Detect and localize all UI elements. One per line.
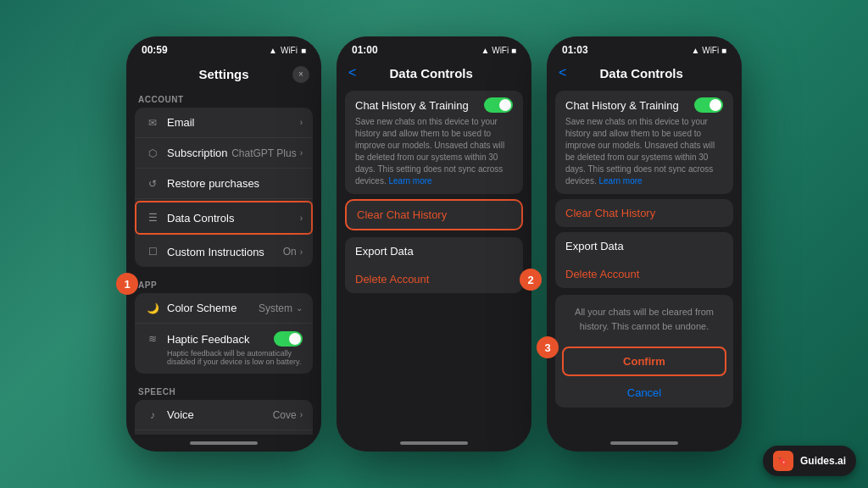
phone2-status-bar: 01:00 ▲ WiFi ■ <box>337 36 531 60</box>
haptic-row[interactable]: ≋ Haptic Feedback Haptic feedback will b… <box>135 324 313 374</box>
voice-row[interactable]: ♪ Voice Cove › <box>135 400 313 430</box>
phone3-screen: Chat History & Training Save new chats o… <box>547 86 742 435</box>
custom-instructions-row[interactable]: ☐ Custom Instructions On › <box>135 236 313 267</box>
restore-icon: ↺ <box>145 178 160 190</box>
export-data-row-2[interactable]: Export Data <box>345 237 523 265</box>
data-controls-row-highlighted[interactable]: ☰ Data Controls › <box>135 201 313 235</box>
haptic-toggle[interactable] <box>274 331 303 347</box>
clear-chat-history-btn-2[interactable]: Clear Chat History <box>347 201 521 229</box>
export-data-row-3: Export Data <box>555 232 733 260</box>
delete-account-btn-2[interactable]: Delete Account <box>345 265 523 293</box>
step-badge-3: 3 <box>537 336 559 358</box>
chat-history-header-2: Chat History & Training <box>355 97 513 113</box>
confirm-message: All your chats will be cleared from hist… <box>565 305 723 333</box>
phone2-home-indicator <box>337 435 531 452</box>
close-button[interactable]: × <box>292 66 309 83</box>
clear-chat-history-btn-3[interactable]: Clear Chat History <box>555 199 733 227</box>
haptic-icon: ≋ <box>145 333 160 345</box>
color-scheme-icon: 🌙 <box>145 302 160 314</box>
haptic-label: Haptic Feedback <box>167 333 274 346</box>
custom-instructions-label: Custom Instructions <box>167 246 283 258</box>
chat-history-toggle-3[interactable] <box>694 97 723 113</box>
speech-section-label: SPEECH <box>126 380 321 400</box>
back-button-3[interactable]: < <box>559 65 566 80</box>
account-section-label: ACCOUNT <box>126 88 321 108</box>
phone1-wrapper: 00:59 ▲ WiFi ■ Settings × ACCOUNT ✉ <box>126 36 321 452</box>
confirm-dialog: All your chats will be cleared from hist… <box>555 295 733 408</box>
speech-group: ♪ Voice Cove › 🌐 Main Language Auto-Dete… <box>135 400 313 435</box>
restore-label: Restore purchases <box>167 177 303 190</box>
phone3: 01:03 ▲ WiFi ■ < Data Controls Chat Hist… <box>547 36 742 452</box>
chat-history-header-3: Chat History & Training <box>565 97 723 113</box>
phone2-header: < Data Controls <box>337 60 531 86</box>
phones-container: 00:59 ▲ WiFi ■ Settings × ACCOUNT ✉ <box>126 36 742 452</box>
phone3-header: < Data Controls <box>547 60 742 86</box>
guides-badge: 🔖 Guides.ai <box>763 446 856 476</box>
export-section-2: Export Data Delete Account <box>345 237 523 293</box>
account-group: ✉ Email › ⬡ Subscription ChatGPT Plus › … <box>135 108 313 267</box>
chat-history-title-3: Chat History & Training <box>565 99 679 112</box>
phone3-home-indicator <box>547 435 742 452</box>
phone3-title: Data Controls <box>573 66 709 80</box>
chat-history-row-3: Chat History & Training Save new chats o… <box>555 91 733 194</box>
phone2-wrapper: 01:00 ▲ WiFi ■ < Data Controls Chat Hist… <box>337 36 531 452</box>
clear-chat-section-highlighted: Clear Chat History <box>345 199 523 230</box>
email-label: Email <box>167 116 300 129</box>
phone2-screen: Chat History & Training Save new chats o… <box>337 86 531 435</box>
step-badge-1: 1 <box>116 273 138 295</box>
export-section-3: Export Data Delete Account <box>555 232 733 288</box>
phone3-status-icons: ▲ WiFi ■ <box>692 46 726 55</box>
chat-history-section-2: Chat History & Training Save new chats o… <box>345 91 523 194</box>
chat-history-section-3: Chat History & Training Save new chats o… <box>555 91 733 194</box>
phone2-title: Data Controls <box>363 66 499 80</box>
phone1-header: Settings × <box>126 60 321 88</box>
subscription-icon: ⬡ <box>145 147 160 159</box>
chat-history-title-2: Chat History & Training <box>355 99 469 112</box>
delete-account-btn-3[interactable]: Delete Account <box>555 260 733 288</box>
back-button-2[interactable]: < <box>348 65 356 80</box>
data-controls-row-inner: ☰ Data Controls › <box>136 202 311 233</box>
guides-label: Guides.ai <box>800 455 846 467</box>
clear-chat-section-3: Clear Chat History <box>555 199 733 227</box>
haptic-description: Haptic feedback will be automatically di… <box>145 349 303 366</box>
phone2-time: 01:00 <box>352 44 378 56</box>
phone3-time: 01:03 <box>562 44 588 56</box>
phone1-home-indicator <box>126 435 321 452</box>
custom-instructions-icon: ☐ <box>145 246 160 258</box>
learn-more-link-2[interactable]: Learn more <box>388 176 431 186</box>
chat-history-desc-3: Save new chats on this device to your hi… <box>565 116 723 187</box>
confirm-button[interactable]: Confirm <box>562 347 726 376</box>
email-row[interactable]: ✉ Email › <box>135 108 313 138</box>
phone3-wrapper: 01:03 ▲ WiFi ■ < Data Controls Chat Hist… <box>547 36 742 452</box>
subscription-label: Subscription <box>167 147 231 159</box>
subscription-row[interactable]: ⬡ Subscription ChatGPT Plus › <box>135 138 313 169</box>
phone1-status-icons: ▲ WiFi ■ <box>269 46 306 55</box>
phone1-status-bar: 00:59 ▲ WiFi ■ <box>126 36 321 60</box>
restore-row[interactable]: ↺ Restore purchases <box>135 169 313 199</box>
chat-history-toggle-2[interactable] <box>484 97 513 113</box>
app-group: 🌙 Color Scheme System ⌄ ≋ Haptic Feedbac… <box>135 293 313 374</box>
step-badge-2: 2 <box>520 269 542 291</box>
language-row[interactable]: 🌐 Main Language Auto-Detect ⌄ <box>135 430 313 435</box>
guides-icon: 🔖 <box>773 451 793 471</box>
data-controls-icon: ☰ <box>145 212 160 224</box>
app-section-label: APP <box>126 274 321 293</box>
learn-more-link-3[interactable]: Learn more <box>598 176 642 186</box>
chat-history-desc-2: Save new chats on this device to your hi… <box>355 116 513 187</box>
voice-icon: ♪ <box>145 409 160 421</box>
color-scheme-label: Color Scheme <box>167 302 259 314</box>
data-controls-label: Data Controls <box>167 212 300 225</box>
phone2: 01:00 ▲ WiFi ■ < Data Controls Chat Hist… <box>337 36 531 452</box>
cancel-button[interactable]: Cancel <box>555 381 733 408</box>
phone1: 00:59 ▲ WiFi ■ Settings × ACCOUNT ✉ <box>126 36 321 452</box>
voice-label: Voice <box>167 408 273 421</box>
email-icon: ✉ <box>145 117 160 129</box>
chat-history-row-2: Chat History & Training Save new chats o… <box>345 91 523 194</box>
home-bar-2 <box>400 441 468 445</box>
home-bar <box>190 441 258 445</box>
phone2-status-icons: ▲ WiFi ■ <box>481 46 516 55</box>
phone1-screen: ACCOUNT ✉ Email › ⬡ Subscription ChatGPT… <box>126 88 321 435</box>
phone1-time: 00:59 <box>142 44 168 56</box>
color-scheme-row[interactable]: 🌙 Color Scheme System ⌄ <box>135 293 313 324</box>
home-bar-3 <box>610 441 678 445</box>
